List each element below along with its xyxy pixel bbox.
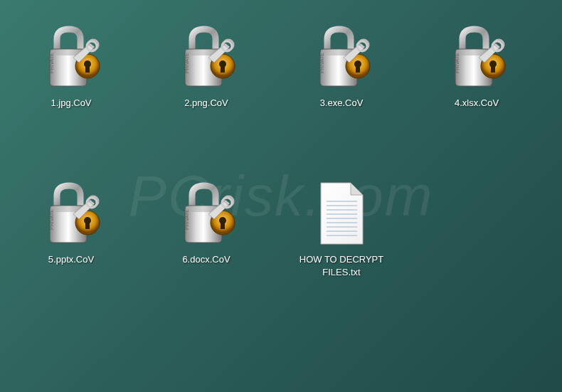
file-icon-encrypted[interactable]: PRIVATE 2.png.CoV (153, 21, 260, 164)
padlock-icon: PRIVATE (445, 21, 509, 92)
padlock-icon: PRIVATE (174, 21, 238, 92)
file-icon-encrypted[interactable]: PRIVATE 5.pptx.CoV (18, 178, 124, 320)
padlock-icon: PRIVATE (309, 21, 373, 92)
file-icon-encrypted[interactable]: PRIVATE 1.jpg.CoV (18, 21, 124, 164)
svg-text:PRIVATE: PRIVATE (455, 52, 460, 73)
file-label: HOW TO DECRYPT FILES.txt (292, 253, 391, 279)
file-icon-encrypted[interactable]: PRIVATE 6.docx.CoV (153, 178, 260, 320)
padlock-icon: PRIVATE (39, 178, 103, 249)
file-icon-encrypted[interactable]: PRIVATE 3.exe.CoV (288, 21, 395, 164)
desktop-icon-grid: PRIVATE 1.jpg.CoV PRIVATE (18, 21, 544, 320)
file-label: 4.xlsx.CoV (455, 97, 499, 110)
padlock-icon: PRIVATE (174, 178, 238, 249)
svg-text:PRIVATE: PRIVATE (49, 208, 54, 229)
file-label: 6.docx.CoV (182, 253, 230, 266)
file-label: 2.png.CoV (184, 97, 228, 110)
svg-rect-29 (491, 64, 495, 73)
file-label: 3.exe.CoV (320, 97, 364, 110)
svg-rect-13 (221, 64, 225, 73)
file-icon-textfile[interactable]: HOW TO DECRYPT FILES.txt (288, 178, 395, 320)
svg-rect-5 (85, 64, 90, 73)
svg-rect-21 (356, 64, 360, 73)
file-icon-encrypted[interactable]: PRIVATE 4.xlsx.CoV (423, 21, 530, 164)
svg-text:PRIVATE: PRIVATE (319, 52, 324, 73)
svg-rect-37 (85, 221, 90, 229)
svg-text:PRIVATE: PRIVATE (184, 208, 189, 229)
svg-rect-45 (221, 221, 225, 229)
file-label: 1.jpg.CoV (51, 97, 91, 110)
file-label: 5.pptx.CoV (48, 253, 94, 266)
text-file-icon (309, 178, 373, 249)
padlock-icon: PRIVATE (39, 21, 103, 92)
svg-text:PRIVATE: PRIVATE (184, 52, 189, 73)
svg-text:PRIVATE: PRIVATE (49, 52, 54, 73)
